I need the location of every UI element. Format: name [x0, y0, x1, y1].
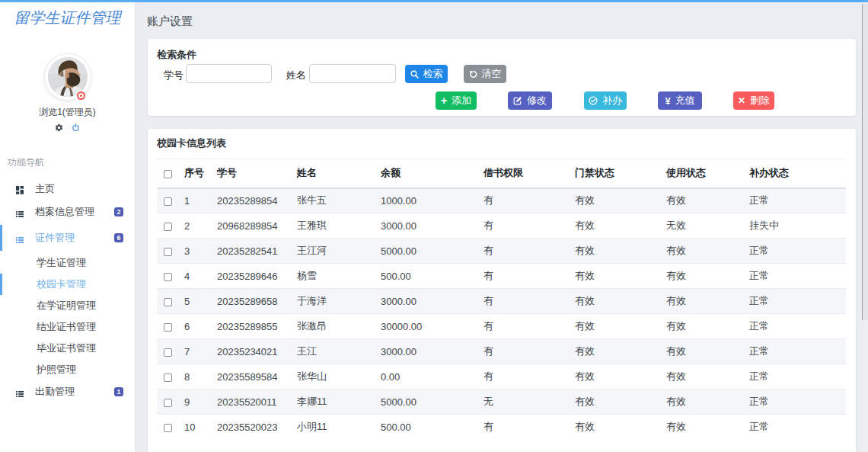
cell-sid: 20235520023	[210, 415, 290, 440]
col-name: 姓名	[290, 159, 374, 188]
sidebar-subitem-label: 结业证书管理	[37, 320, 96, 334]
sidebar-subitem-label: 在学证明管理	[37, 299, 96, 313]
row-checkbox[interactable]	[164, 373, 172, 382]
row-checkbox[interactable]	[164, 273, 172, 281]
cell-use: 有效	[659, 289, 742, 314]
col-reissue: 补办状态	[742, 159, 846, 188]
plus-icon: +	[441, 95, 447, 107]
table-row: 820235589584张华山0.00有有效有效正常	[157, 364, 846, 389]
vertical-scrollbar[interactable]	[862, 2, 868, 452]
user-actions	[0, 123, 135, 134]
sidebar-subitem-1[interactable]: 校园卡管理	[0, 274, 135, 295]
col-student-id: 学号	[210, 159, 290, 188]
sidebar-item-1[interactable]: 档案信息管理2	[0, 200, 135, 223]
col-use: 使用状态	[659, 159, 742, 188]
sidebar-subitem-3[interactable]: 结业证书管理	[0, 316, 135, 338]
row-checkbox[interactable]	[164, 399, 172, 407]
top-accent-bar	[0, 0, 868, 2]
scrollbar-thumb[interactable]	[862, 4, 868, 320]
cell-balance: 500.00	[374, 415, 477, 440]
sidebar-item-0[interactable]: 主页	[0, 178, 135, 200]
cell-borrow: 有	[477, 213, 568, 239]
table-row: 720235234021王江3000.00有有效有效正常	[157, 339, 846, 364]
clear-button[interactable]: 清空	[464, 65, 506, 83]
cell-use: 有效	[659, 364, 742, 389]
sidebar-subitem-4[interactable]: 毕业证书管理	[0, 338, 135, 359]
search-panel-title: 检索条件	[157, 48, 196, 62]
power-icon[interactable]	[72, 123, 80, 132]
cell-name: 王江	[290, 339, 374, 364]
sidebar-item-label: 档案信息管理	[35, 205, 94, 219]
table-row: 1020235520023小明11500.00有有效有效正常	[157, 415, 846, 440]
yen-icon: ¥	[665, 95, 670, 107]
cell-use: 有效	[659, 264, 742, 289]
cell-name: 小明11	[290, 415, 374, 440]
cell-door: 有效	[568, 239, 659, 264]
delete-button[interactable]: ✕删除	[733, 91, 774, 110]
check-circle-icon	[589, 96, 598, 105]
cell-use: 有效	[659, 415, 742, 440]
times-icon: ✕	[738, 95, 745, 106]
cell-use: 有效	[659, 314, 742, 339]
row-checkbox[interactable]	[164, 323, 172, 332]
cell-balance: 0.00	[374, 364, 477, 389]
cell-door: 有效	[568, 389, 659, 415]
sidebar-subitem-0[interactable]: 学生证管理	[0, 252, 135, 274]
cell-name: 张华山	[290, 364, 374, 389]
cell-reissue: 正常	[742, 364, 846, 389]
cell-sid: 20235234021	[210, 339, 290, 364]
student-id-input[interactable]	[186, 64, 272, 83]
table-panel-title: 校园卡信息列表	[157, 136, 226, 150]
cell-sid: 20235520011	[210, 389, 290, 415]
cell-balance: 5000.00	[374, 389, 477, 415]
cell-sid: 20968289854	[210, 213, 290, 239]
row-checkbox[interactable]	[164, 197, 172, 206]
edit-button[interactable]: 修改	[508, 91, 552, 110]
sidebar-subitem-label: 护照管理	[37, 363, 76, 377]
row-checkbox[interactable]	[164, 298, 172, 306]
status-record-icon	[77, 91, 85, 100]
list-icon	[16, 208, 24, 216]
gear-icon[interactable]	[55, 123, 63, 132]
cell-door: 有效	[568, 415, 659, 440]
sidebar: 留学生证件管理	[0, 2, 136, 452]
select-all-checkbox[interactable]	[164, 170, 172, 178]
cell-balance: 5000.00	[374, 239, 477, 264]
sidebar-item-label: 主页	[35, 182, 55, 196]
row-checkbox[interactable]	[164, 248, 172, 256]
cell-reissue: 正常	[742, 188, 846, 213]
sidebar-item-3[interactable]: 出勤管理1	[0, 380, 135, 403]
cell-borrow: 有	[477, 264, 568, 289]
search-button[interactable]: 检索	[405, 65, 448, 83]
cell-borrow: 有	[477, 364, 568, 389]
page-title: 账户设置	[147, 14, 193, 29]
cell-borrow: 有	[477, 339, 568, 364]
row-checkbox[interactable]	[164, 424, 172, 432]
cell-no: 6	[177, 314, 210, 339]
cell-reissue: 正常	[742, 415, 846, 440]
cell-door: 有效	[568, 188, 659, 213]
count-badge: 6	[114, 233, 123, 242]
sidebar-subitem-label: 校园卡管理	[37, 277, 86, 291]
col-balance: 余额	[374, 159, 477, 188]
cell-door: 有效	[568, 264, 659, 289]
recharge-button[interactable]: ¥充值	[658, 91, 702, 110]
reissue-button[interactable]: 补办	[584, 91, 627, 110]
cell-no: 9	[177, 389, 210, 415]
row-checkbox[interactable]	[164, 348, 172, 357]
cell-reissue: 挂失中	[742, 213, 846, 239]
add-button[interactable]: +添加	[436, 91, 477, 110]
cell-sid: 20235589584	[210, 364, 290, 389]
sidebar-subitem-2[interactable]: 在学证明管理	[0, 295, 135, 316]
cell-door: 有效	[568, 364, 659, 389]
name-input[interactable]	[309, 64, 396, 83]
cell-no: 2	[177, 213, 210, 239]
sidebar-item-2[interactable]: 证件管理6	[0, 225, 135, 251]
cell-door: 有效	[568, 213, 659, 239]
sidebar-item-label: 出勤管理	[35, 385, 75, 399]
cell-no: 8	[177, 364, 210, 389]
name-label: 姓名	[286, 69, 306, 82]
row-checkbox[interactable]	[164, 223, 172, 231]
cell-use: 有效	[659, 389, 742, 415]
sidebar-subitem-5[interactable]: 护照管理	[0, 359, 135, 380]
